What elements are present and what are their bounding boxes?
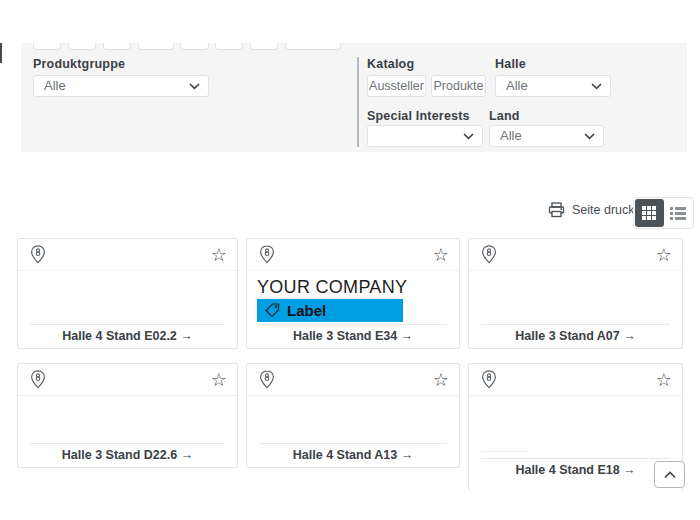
chevron-down-icon	[584, 133, 595, 140]
card-divider	[481, 458, 670, 459]
panel-divider	[357, 57, 359, 147]
stand-link[interactable]: Halle 4 Stand E18 →	[469, 463, 682, 477]
grid-view-button[interactable]	[635, 199, 664, 227]
view-toggle	[633, 197, 694, 229]
list-view-button[interactable]	[664, 199, 693, 227]
label-badge-text: Label	[287, 302, 326, 319]
favorite-star-icon[interactable]: ☆	[433, 371, 449, 389]
filter-panel: Produktgruppe Alle Katalog Aussteller Pr…	[21, 43, 687, 152]
stand-link[interactable]: Halle 4 Stand E02.2 →	[18, 329, 237, 343]
grid-icon	[642, 206, 656, 220]
halle-label: Halle	[495, 57, 526, 71]
exhibitor-card[interactable]: ☆ Halle 4 Stand A13 →	[246, 363, 460, 468]
tag-icon	[264, 302, 281, 319]
land-label: Land	[489, 109, 520, 123]
location-pin-icon[interactable]	[28, 244, 48, 265]
katalog-label: Katalog	[367, 57, 414, 71]
card-divider	[30, 324, 225, 325]
halle-select-value: Alle	[506, 78, 528, 93]
halle-select[interactable]: Alle	[495, 75, 611, 97]
scroll-to-top-button[interactable]	[654, 461, 685, 488]
stand-link[interactable]: Halle 4 Stand A13 →	[247, 448, 459, 462]
stand-link[interactable]: Halle 3 Stand E34 →	[247, 329, 459, 343]
letter-filter-button[interactable]	[250, 43, 278, 50]
letter-filter-button[interactable]	[33, 43, 61, 50]
special-interests-label: Special Interests	[367, 109, 470, 123]
page-edge-artifact	[0, 43, 2, 63]
card-header: ☆	[247, 239, 459, 271]
stand-link[interactable]: Halle 3 Stand D22.6 →	[18, 448, 237, 462]
katalog-produkte-button[interactable]: Produkte	[431, 75, 486, 97]
card-divider	[259, 324, 447, 325]
card-header: ☆	[469, 364, 682, 396]
exhibitor-card[interactable]: ☆ Halle 3 Stand A07 →	[468, 238, 683, 349]
letter-filter-button[interactable]	[180, 43, 209, 50]
letter-filter-button[interactable]	[215, 43, 243, 50]
favorite-star-icon[interactable]: ☆	[656, 371, 672, 389]
divider-fragment	[481, 451, 529, 452]
favorite-star-icon[interactable]: ☆	[433, 246, 449, 264]
letter-filter-button[interactable]	[285, 43, 341, 50]
company-name: YOUR COMPANY	[257, 277, 407, 298]
exhibitor-catalog-page: Produktgruppe Alle Katalog Aussteller Pr…	[0, 0, 700, 520]
favorite-star-icon[interactable]: ☆	[211, 246, 227, 264]
card-header: ☆	[469, 239, 682, 271]
location-pin-icon[interactable]	[28, 369, 48, 390]
card-divider	[481, 324, 670, 325]
card-header: ☆	[247, 364, 459, 396]
exhibitor-card[interactable]: ☆ Halle 3 Stand D22.6 →	[17, 363, 238, 468]
produktgruppe-label: Produktgruppe	[33, 57, 125, 71]
special-interests-select[interactable]	[367, 125, 483, 147]
list-icon	[670, 207, 686, 220]
card-header: ☆	[18, 239, 237, 271]
letter-filter-button[interactable]	[138, 43, 174, 50]
favorite-star-icon[interactable]: ☆	[211, 371, 227, 389]
stand-link[interactable]: Halle 3 Stand A07 →	[469, 329, 682, 343]
chevron-up-icon	[664, 471, 676, 479]
letter-filter-button[interactable]	[68, 43, 96, 50]
katalog-aussteller-button[interactable]: Aussteller	[367, 75, 426, 97]
chevron-down-icon	[463, 133, 474, 140]
produktgruppe-select-value: Alle	[44, 78, 66, 93]
location-pin-icon[interactable]	[479, 244, 499, 265]
location-pin-icon[interactable]	[479, 369, 499, 390]
location-pin-icon[interactable]	[257, 369, 277, 390]
card-divider	[259, 443, 447, 444]
label-badge[interactable]: Label	[257, 299, 403, 322]
produktgruppe-select[interactable]: Alle	[33, 75, 209, 97]
exhibitor-card[interactable]: ☆ Halle 4 Stand E02.2 →	[17, 238, 238, 349]
chevron-down-icon	[591, 83, 602, 90]
card-divider	[30, 443, 225, 444]
chevron-down-icon	[189, 83, 200, 90]
letter-filter-button[interactable]	[103, 43, 131, 50]
exhibitor-card[interactable]: ☆ YOUR COMPANY Label Halle 3 Stand E34 →	[246, 238, 460, 349]
exhibitor-card[interactable]: ☆ Halle 4 Stand E18 →	[468, 363, 683, 491]
land-select[interactable]: Alle	[489, 125, 604, 147]
land-select-value: Alle	[500, 128, 522, 143]
favorite-star-icon[interactable]: ☆	[656, 246, 672, 264]
card-header: ☆	[18, 364, 237, 396]
location-pin-icon[interactable]	[257, 244, 277, 265]
printer-icon	[548, 202, 565, 218]
